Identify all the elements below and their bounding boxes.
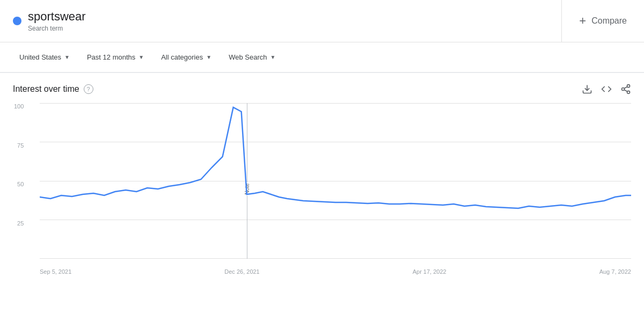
chart-actions xyxy=(582,84,631,94)
svg-point-1 xyxy=(627,85,630,88)
filter-categories-label: All categories xyxy=(161,53,203,61)
header-section: sportswear Search term + Compare xyxy=(0,0,644,42)
filters-section: United States ▼ Past 12 months ▼ All cat… xyxy=(0,42,644,73)
filter-categories[interactable]: All categories ▼ xyxy=(155,50,218,64)
chevron-down-icon: ▼ xyxy=(270,54,275,60)
svg-point-3 xyxy=(627,91,630,93)
compare-label: Compare xyxy=(591,16,627,26)
x-label-sep: Sep 5, 2021 xyxy=(40,268,71,275)
svg-line-4 xyxy=(624,90,627,91)
chevron-down-icon: ▼ xyxy=(64,54,70,60)
y-label-100: 100 xyxy=(14,103,24,110)
x-label-apr: Apr 17, 2022 xyxy=(413,268,447,275)
y-label-50: 50 xyxy=(17,181,24,187)
filter-timerange-label: Past 12 months xyxy=(87,53,135,61)
chart-section: Interest over time ? xyxy=(0,73,644,280)
x-axis-labels: Sep 5, 2021 Dec 26, 2021 Apr 17, 2022 Au… xyxy=(40,110,631,275)
compare-button[interactable]: + Compare xyxy=(562,4,644,38)
filter-location[interactable]: United States ▼ xyxy=(13,50,76,64)
x-label-aug: Aug 7, 2022 xyxy=(599,268,631,275)
help-icon[interactable]: ? xyxy=(84,84,93,94)
filter-search-type[interactable]: Web Search ▼ xyxy=(222,50,282,64)
chart-title-block: Interest over time ? xyxy=(13,84,93,94)
y-label-75: 75 xyxy=(17,142,24,149)
x-label-dec: Dec 26, 2021 xyxy=(224,268,259,275)
term-dot xyxy=(13,17,21,25)
chevron-down-icon: ▼ xyxy=(206,54,211,60)
embed-icon[interactable] xyxy=(601,84,612,94)
chart-container: 100 75 50 25 Note Sep 5, 2021 Dec 26, 20… xyxy=(40,103,631,275)
filter-search-type-label: Web Search xyxy=(229,53,267,61)
chevron-down-icon: ▼ xyxy=(138,54,144,60)
filter-timerange[interactable]: Past 12 months ▼ xyxy=(80,50,150,64)
term-block: sportswear Search term xyxy=(0,0,562,42)
term-subtitle: Search term xyxy=(28,25,86,32)
chart-header: Interest over time ? xyxy=(13,84,631,94)
y-axis-labels: 100 75 50 25 xyxy=(14,103,24,259)
term-text-block: sportswear Search term xyxy=(28,10,86,32)
term-title: sportswear xyxy=(28,10,86,24)
svg-point-2 xyxy=(622,88,625,91)
svg-line-5 xyxy=(624,86,627,88)
share-icon[interactable] xyxy=(620,84,631,94)
y-label-25: 25 xyxy=(17,220,24,227)
filter-location-label: United States xyxy=(19,53,61,61)
chart-title: Interest over time xyxy=(13,84,79,94)
download-icon[interactable] xyxy=(582,84,592,94)
compare-plus-icon: + xyxy=(579,14,586,28)
